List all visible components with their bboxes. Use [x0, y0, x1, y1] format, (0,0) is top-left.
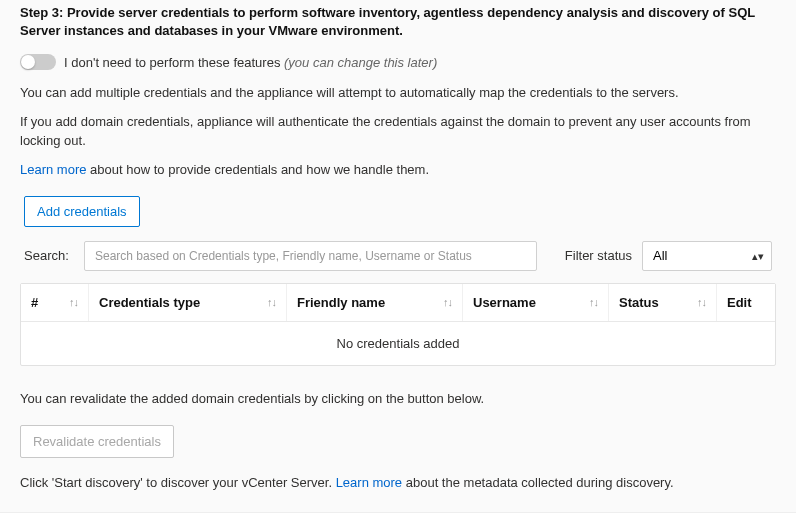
col-header-edit: Edit — [717, 284, 775, 321]
search-input[interactable] — [84, 241, 537, 271]
col-header-edit-label: Edit — [727, 295, 752, 310]
col-header-number-label: # — [31, 295, 38, 310]
table-header-row: # ↑↓ Credentials type ↑↓ Friendly name ↑… — [21, 284, 775, 322]
learn-more-row: Learn more about how to provide credenti… — [20, 161, 776, 180]
step-title: Step 3: Provide server credentials to pe… — [20, 4, 776, 40]
col-header-number[interactable]: # ↑↓ — [21, 284, 89, 321]
credentials-table: # ↑↓ Credentials type ↑↓ Friendly name ↑… — [20, 283, 776, 366]
step3-panel: Step 3: Provide server credentials to pe… — [0, 0, 796, 512]
sort-icon: ↑↓ — [267, 296, 276, 308]
add-credentials-button[interactable]: Add credentials — [24, 196, 140, 227]
table-empty-message: No credentials added — [21, 322, 775, 365]
filter-status-label: Filter status — [565, 248, 632, 263]
col-header-username[interactable]: Username ↑↓ — [463, 284, 609, 321]
col-header-friendly-name[interactable]: Friendly name ↑↓ — [287, 284, 463, 321]
learn-more-credentials-link[interactable]: Learn more — [20, 162, 86, 177]
col-header-status[interactable]: Status ↑↓ — [609, 284, 717, 321]
discovery-hint-row: Click 'Start discovery' to discover your… — [20, 474, 776, 493]
search-label: Search: — [24, 248, 72, 263]
learn-more-rest: about how to provide credentials and how… — [86, 162, 429, 177]
sort-icon: ↑↓ — [69, 296, 78, 308]
discovery-pre: Click 'Start discovery' to discover your… — [20, 475, 336, 490]
skip-features-toggle[interactable] — [20, 54, 56, 70]
search-filter-row: Search: Filter status All ▴▾ — [20, 241, 776, 271]
col-header-credentials-type[interactable]: Credentials type ↑↓ — [89, 284, 287, 321]
col-header-type-label: Credentials type — [99, 295, 200, 310]
sort-icon: ↑↓ — [697, 296, 706, 308]
sort-icon: ↑↓ — [443, 296, 452, 308]
discovery-post: about the metadata collected during disc… — [402, 475, 673, 490]
sort-icon: ↑↓ — [589, 296, 598, 308]
col-header-status-label: Status — [619, 295, 659, 310]
toggle-label-hint: (you can change this later) — [284, 55, 437, 70]
toggle-label-main: I don't need to perform these features — [64, 55, 280, 70]
toggle-label: I don't need to perform these features (… — [64, 55, 437, 70]
learn-more-metadata-link[interactable]: Learn more — [336, 475, 402, 490]
revalidate-credentials-button[interactable]: Revalidate credentials — [20, 425, 174, 458]
filter-status-select-wrap: All ▴▾ — [642, 241, 772, 271]
col-header-user-label: Username — [473, 295, 536, 310]
info-paragraph-2: If you add domain credentials, appliance… — [20, 113, 776, 151]
col-header-name-label: Friendly name — [297, 295, 385, 310]
footer-bar: Start discovery — [0, 512, 796, 527]
revalidate-hint: You can revalidate the added domain cred… — [20, 390, 776, 409]
filter-status-select[interactable]: All — [642, 241, 772, 271]
skip-features-toggle-row: I don't need to perform these features (… — [20, 54, 776, 70]
info-paragraph-1: You can add multiple credentials and the… — [20, 84, 776, 103]
